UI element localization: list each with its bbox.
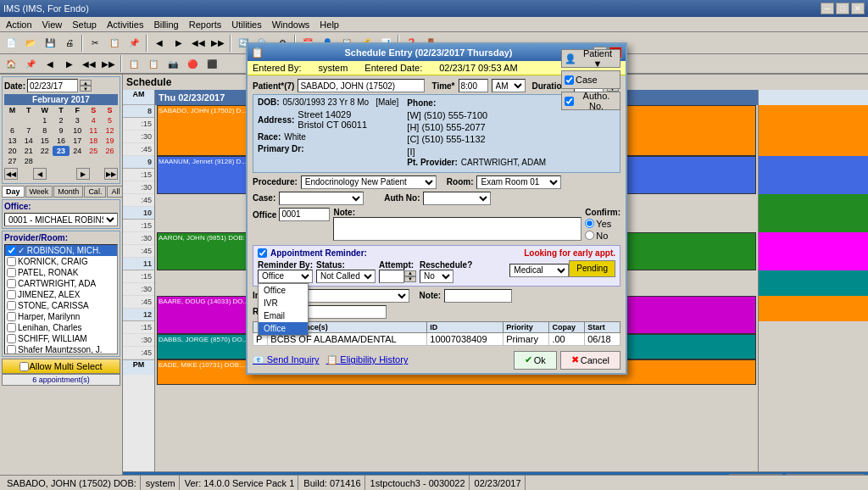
provider-check-schiff[interactable] <box>7 334 16 343</box>
tb-first[interactable]: ◀◀ <box>189 34 208 53</box>
cal-cell[interactable]: 2 <box>53 115 69 125</box>
insurance-select[interactable] <box>299 289 409 303</box>
menu-reports[interactable]: Reports <box>186 19 225 31</box>
tb-cut[interactable]: ✂ <box>86 34 104 53</box>
ref-dr-input[interactable] <box>302 305 387 319</box>
tb2-misc1[interactable]: 📋 <box>125 54 143 73</box>
eligibility-history-link[interactable]: 📋 Eligibility History <box>326 354 409 365</box>
dropdown-email[interactable]: Email <box>259 309 308 322</box>
dropdown-office[interactable]: Office <box>259 284 308 297</box>
provider-item-patel[interactable]: PATEL, RONAK <box>5 267 117 278</box>
provider-item-jimenez[interactable]: JIMENEZ, ALEX <box>5 289 117 300</box>
cal-cell-weekend[interactable]: 12 <box>102 125 118 136</box>
tb-back[interactable]: ◀ <box>150 34 169 53</box>
allow-multi-check[interactable] <box>19 362 29 371</box>
room-select[interactable]: Exam Room 01 <box>476 175 561 189</box>
cal-prev[interactable]: ◀ <box>33 168 47 180</box>
cal-cell[interactable]: 16 <box>53 136 69 146</box>
dropdown-office2[interactable]: Office <box>259 322 308 335</box>
case-select[interactable] <box>279 192 364 205</box>
attempt-input[interactable] <box>379 270 404 283</box>
date-spin-up[interactable]: ▲ <box>80 80 92 86</box>
attempt-up[interactable]: ▲ <box>404 270 416 276</box>
cal-cell[interactable]: 20 <box>4 146 20 156</box>
maximize-btn[interactable]: □ <box>836 3 849 14</box>
medical-select[interactable]: Medical <box>509 264 569 277</box>
patient-btn[interactable]: 👤 Patient ▼ <box>561 49 620 68</box>
tab-all[interactable]: All <box>107 186 123 198</box>
cal-cell[interactable] <box>20 115 36 125</box>
tb2-misc3[interactable]: 📷 <box>164 54 182 73</box>
procedure-select[interactable]: Endocrinology New Patient <box>301 175 437 189</box>
cal-cell-weekend[interactable]: 26 <box>102 146 118 156</box>
cal-cell-weekend[interactable]: 4 <box>86 115 102 125</box>
tb-last[interactable]: ▶▶ <box>209 34 227 53</box>
menu-windows[interactable]: Windows <box>270 19 313 31</box>
autho-check[interactable] <box>565 97 574 106</box>
cal-cell-weekend[interactable]: 25 <box>86 146 102 156</box>
provider-item-harper[interactable]: Harper, Marilynn <box>5 311 117 322</box>
tb-paste[interactable]: 📌 <box>125 34 143 53</box>
cal-cell-weekend[interactable]: 5 <box>102 115 118 125</box>
tb2-nav-prev[interactable]: ◀ <box>41 54 59 73</box>
cal-cell[interactable] <box>36 156 53 166</box>
cal-cell[interactable]: 3 <box>70 115 86 125</box>
provider-item-kornick[interactable]: KORNICK, CRAIG <box>5 256 117 267</box>
tab-month[interactable]: Month <box>53 186 83 198</box>
tb-print[interactable]: 🖨 <box>60 34 79 53</box>
menu-view[interactable]: View <box>40 19 65 31</box>
menu-utilities[interactable]: Utilities <box>229 19 264 31</box>
cal-cell[interactable]: 15 <box>36 136 53 146</box>
cal-cell[interactable]: 10 <box>70 125 86 136</box>
provider-check-patel[interactable] <box>7 268 16 277</box>
autho-no-btn[interactable]: Autho. No. <box>561 92 620 110</box>
tb-save[interactable]: 💾 <box>41 34 59 53</box>
tb2-nav-end[interactable]: ▶▶ <box>99 54 118 73</box>
cal-today-cell[interactable]: 23 <box>53 146 69 156</box>
case-btn[interactable]: Case <box>561 70 620 89</box>
confirm-yes-radio[interactable] <box>585 219 594 228</box>
cal-cell-weekend[interactable]: 11 <box>86 125 102 136</box>
cal-cell[interactable]: 13 <box>4 136 20 146</box>
cal-cell[interactable]: 28 <box>20 156 36 166</box>
cal-cell[interactable] <box>70 156 86 166</box>
close-btn[interactable]: ✕ <box>851 3 865 14</box>
appt-reminder-check[interactable] <box>258 248 267 258</box>
cancel-btn[interactable]: ✖ Cancel <box>560 351 620 370</box>
provider-check-harper[interactable] <box>7 312 16 321</box>
tb2-1[interactable]: 🏠 <box>2 54 20 73</box>
status-select[interactable]: Not Called <box>316 270 376 283</box>
reschedule-select[interactable]: No Yes <box>420 270 453 283</box>
office-input[interactable] <box>279 208 330 221</box>
cal-cell[interactable] <box>86 156 102 166</box>
cal-cell[interactable]: 9 <box>53 125 69 136</box>
cal-cell[interactable]: 6 <box>4 125 20 136</box>
provider-check-cartwright[interactable] <box>7 279 16 288</box>
cal-cell-weekend[interactable]: 18 <box>86 136 102 146</box>
tb2-misc2[interactable]: 📋 <box>144 54 163 73</box>
tab-week[interactable]: Week <box>25 186 53 198</box>
ok-btn[interactable]: ✔ Ok <box>514 351 557 370</box>
menu-billing[interactable]: Billing <box>151 19 181 31</box>
cal-next-next[interactable]: ▶▶ <box>104 168 118 180</box>
tb2-nav-start[interactable]: ◀◀ <box>80 54 98 73</box>
provider-item-schiff[interactable]: SCHIFF, WILLIAM <box>5 333 117 344</box>
menu-help[interactable]: Help <box>317 19 342 31</box>
date-input[interactable] <box>27 79 78 92</box>
cal-next[interactable]: ▶ <box>76 168 90 180</box>
note-textarea[interactable] <box>333 217 581 241</box>
tb-new[interactable]: 📄 <box>2 34 20 53</box>
date-spin-down[interactable]: ▼ <box>80 86 92 92</box>
note2-input[interactable] <box>444 289 512 303</box>
minimize-btn[interactable]: ─ <box>821 3 834 14</box>
send-inquiry-link[interactable]: 📧 Send Inquiry <box>253 354 320 365</box>
tb2-misc5[interactable]: ⬛ <box>203 54 221 73</box>
menu-action[interactable]: Action <box>3 19 35 31</box>
cal-cell[interactable]: 14 <box>20 136 36 146</box>
cal-cell[interactable] <box>4 115 20 125</box>
provider-check-shafer[interactable] <box>7 345 16 354</box>
pending-btn[interactable]: Pending <box>569 260 615 277</box>
provider-check-kornick[interactable] <box>7 257 16 266</box>
patient-input[interactable] <box>298 79 425 92</box>
auth-no-select[interactable] <box>423 192 491 205</box>
